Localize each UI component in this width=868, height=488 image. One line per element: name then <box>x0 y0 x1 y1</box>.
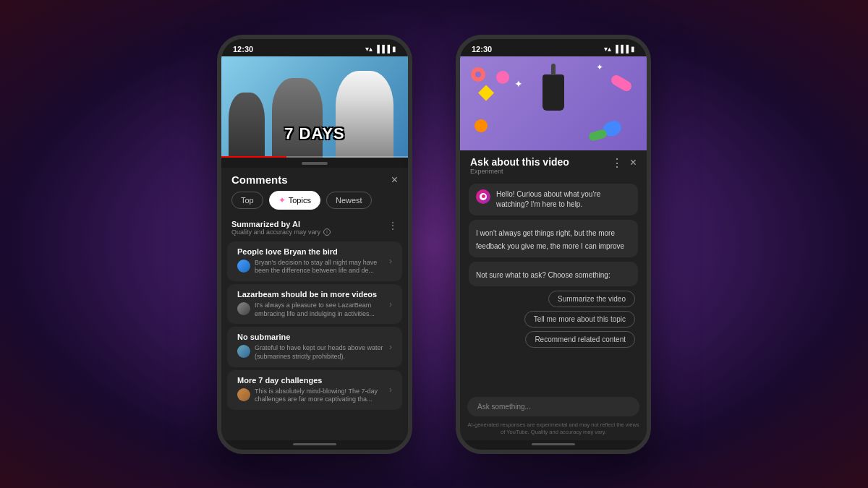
topic-text-1: Bryan's decision to stay all night may h… <box>255 259 385 275</box>
topic-content-3: No submarine Grateful to have kept our h… <box>237 333 385 361</box>
orange-decoration <box>475 119 488 132</box>
video-thumbnail-2: ✦ ✦ <box>460 56 647 150</box>
chat-input-box[interactable]: Ask something... <box>467 397 639 416</box>
tab-newest[interactable]: Newest <box>326 192 372 209</box>
topic-text-3: Grateful to have kept our heads above wa… <box>255 344 385 361</box>
topic-title-3: No submarine <box>237 333 385 341</box>
chevron-right-icon-2: › <box>389 299 392 309</box>
donut-decoration <box>471 67 485 82</box>
signal-icon-2: ▐▐▐ <box>613 45 629 53</box>
comments-panel: Comments × Top ✦ Topics Newest Summarize… <box>221 168 408 440</box>
person-silhouette-2 <box>272 78 323 158</box>
signal-icon: ▐▐▐ <box>375 45 390 53</box>
home-indicator-1 <box>293 443 336 445</box>
chip-recommend[interactable]: Recommend related content <box>525 331 635 348</box>
gem-pink <box>496 71 509 84</box>
list-item[interactable]: People love Bryan the bird Bryan's decis… <box>227 241 402 281</box>
ai-summary-title: Summarized by AI <box>231 220 331 228</box>
person-silhouette-1 <box>229 93 265 158</box>
status-bar-2: 12:30 ▾▴ ▐▐▐ ▮ <box>460 39 647 56</box>
video-progress-fill <box>221 156 286 158</box>
wifi-icon-2: ▾▴ <box>604 45 611 53</box>
topic-text-2: It's always a pleasure to see LazarBeam … <box>255 301 385 318</box>
battery-icon: ▮ <box>392 45 396 53</box>
topic-preview-3: Grateful to have kept our heads above wa… <box>237 344 385 361</box>
topic-content-2: Lazarbeam should be in more videos It's … <box>237 290 385 318</box>
tab-top[interactable]: Top <box>231 192 263 209</box>
chat-message-3: Not sure what to ask? Choose something: <box>469 262 638 286</box>
topic-title-1: People love Bryan the bird <box>237 247 385 256</box>
suggestion-chips: Summarize the video Tell me more about t… <box>469 291 638 348</box>
tab-topics-label: Topics <box>289 196 311 205</box>
topic-preview-4: This is absolutely mind-blowing! The 7-d… <box>237 388 385 404</box>
video-overlay-text: 7 DAYS <box>284 124 344 143</box>
avatar-4 <box>237 388 250 401</box>
person-silhouette-3 <box>336 71 393 158</box>
ai-avatar-inner <box>480 193 487 200</box>
ai-summary-info: Summarized by AI Quality and accuracy ma… <box>231 220 331 236</box>
message-text-2: I won't always get things right, but the… <box>476 229 624 250</box>
ai-more-button[interactable]: ⋮ <box>388 220 398 231</box>
topic-text-4: This is absolutely mind-blowing! The 7-d… <box>255 388 385 404</box>
phone-comments: 12:30 ▾▴ ▐▐▐ ▮ 7 DAYS Comments × Top <box>217 35 412 454</box>
chat-subtitle: Experiment <box>470 168 569 175</box>
comments-list: People love Bryan the bird Bryan's decis… <box>221 237 408 440</box>
close-chat-button[interactable]: × <box>630 156 637 169</box>
battery-icon-2: ▮ <box>631 45 635 53</box>
avatar-3 <box>237 345 250 358</box>
message-text-1: Hello! Curious about what you're watchin… <box>496 189 631 210</box>
chevron-right-icon-4: › <box>389 385 392 395</box>
chat-messages: Hello! Curious about what you're watchin… <box>460 178 647 393</box>
pill-decoration-2 <box>588 128 608 141</box>
star-icon-2: ✦ <box>514 78 523 90</box>
drag-handle[interactable] <box>302 162 328 165</box>
topics-plus-icon: ✦ <box>278 195 286 205</box>
chat-message-2: I won't always get things right, but the… <box>469 220 638 257</box>
status-icons-2: ▾▴ ▐▐▐ ▮ <box>604 45 635 53</box>
info-icon[interactable]: i <box>323 228 331 236</box>
topic-preview-2: It's always a pleasure to see LazarBeam … <box>237 301 385 318</box>
status-time-1: 12:30 <box>233 45 253 53</box>
status-bar-1: 12:30 ▾▴ ▐▐▐ ▮ <box>221 39 408 56</box>
thumbnail-content: 7 DAYS <box>221 56 408 158</box>
comments-tabs: Top ✦ Topics Newest <box>221 191 408 215</box>
message-text-3: Not sure what to ask? Choose something: <box>476 271 610 279</box>
status-icons-1: ▾▴ ▐▐▐ ▮ <box>365 45 396 53</box>
star-icon-1: ✦ <box>596 62 603 72</box>
chat-title: Ask about this video <box>470 156 569 168</box>
pill-decoration-1 <box>610 73 634 93</box>
ai-summary-subtitle: Quality and accuracy may vary i <box>231 228 331 236</box>
topic-content-1: People love Bryan the bird Bryan's decis… <box>237 247 385 275</box>
list-item[interactable]: More 7 day challenges This is absolutely… <box>227 370 402 410</box>
chevron-right-icon-3: › <box>389 342 392 352</box>
chip-more-info[interactable]: Tell me more about this topic <box>524 311 635 328</box>
topic-preview-1: Bryan's decision to stay all night may h… <box>237 259 385 275</box>
comments-title: Comments <box>231 174 288 186</box>
tab-topics[interactable]: ✦ Topics <box>269 191 320 210</box>
list-item[interactable]: Lazarbeam should be in more videos It's … <box>227 284 402 324</box>
video-thumbnail: 7 DAYS <box>221 56 408 158</box>
ai-summary-header: Summarized by AI Quality and accuracy ma… <box>221 215 408 237</box>
avatar-2 <box>237 302 250 315</box>
video-progress-bar[interactable] <box>221 156 408 158</box>
chat-message-1: Hello! Curious about what you're watchin… <box>469 184 638 215</box>
comments-header: Comments × <box>221 168 408 191</box>
topic-content-4: More 7 day challenges This is absolutely… <box>237 376 385 404</box>
topic-title-2: Lazarbeam should be in more videos <box>237 290 385 299</box>
chat-panel: Ask about this video Experiment ⋮ × Hell… <box>460 150 647 440</box>
chat-input-area: Ask something... <box>460 393 647 419</box>
list-item[interactable]: No submarine Grateful to have kept our h… <box>227 327 402 367</box>
chat-header-actions: ⋮ × <box>611 156 637 170</box>
chat-disclaimer: AI-generated responses are experimental … <box>460 419 647 440</box>
more-options-button[interactable]: ⋮ <box>611 156 623 170</box>
chat-header: Ask about this video Experiment ⋮ × <box>460 150 647 178</box>
status-time-2: 12:30 <box>472 45 492 53</box>
home-indicator-2 <box>532 443 575 445</box>
gem-yellow <box>478 85 494 101</box>
chip-summarize[interactable]: Summarize the video <box>548 291 635 307</box>
chevron-right-icon-1: › <box>389 256 392 266</box>
close-comments-button[interactable]: × <box>391 174 398 187</box>
topic-title-4: More 7 day challenges <box>237 376 385 385</box>
chat-header-info: Ask about this video Experiment <box>470 156 569 175</box>
avatar-1 <box>237 260 250 273</box>
